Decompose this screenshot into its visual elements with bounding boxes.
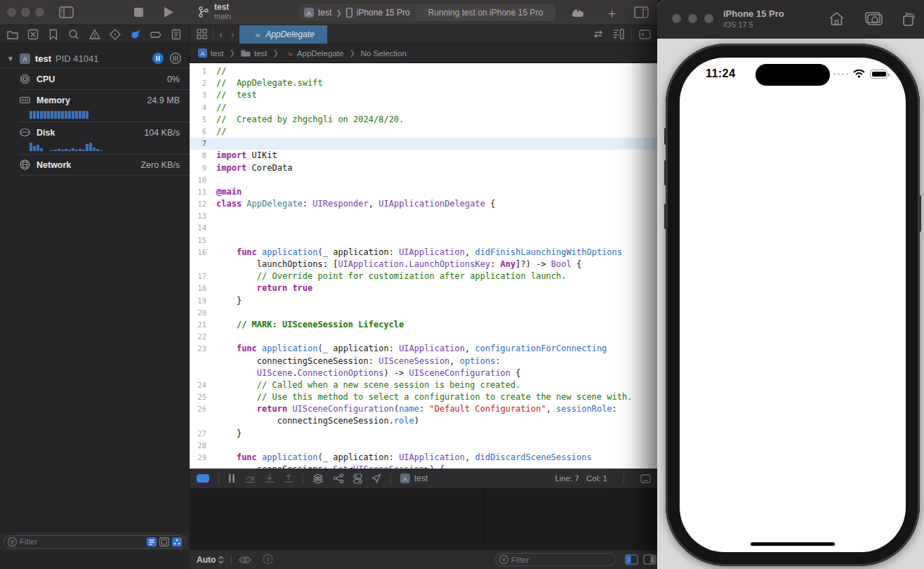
library-plus-button[interactable]: ＋ — [605, 4, 619, 22]
code-line[interactable]: connectingSceneSession.role) — [190, 415, 658, 427]
code-line[interactable]: 15 — [190, 235, 658, 247]
code-line[interactable]: 29 func application(_ application: UIApp… — [190, 452, 658, 464]
code-line[interactable]: 4// — [190, 102, 658, 114]
minimap-icon[interactable] — [613, 29, 624, 39]
issues-navigator-icon[interactable] — [89, 29, 100, 40]
breadcrumb-item[interactable]: test — [241, 49, 268, 58]
go-forward-icon[interactable]: › — [231, 29, 235, 40]
code-line[interactable]: connectingSceneSession: UISceneSession, … — [190, 355, 658, 367]
breadcrumb-item[interactable]: AppDelegate — [284, 48, 344, 58]
code-line[interactable]: 13 — [190, 210, 658, 222]
code-line[interactable]: 26 return UISceneConfiguration(name: "De… — [190, 403, 658, 415]
code-line[interactable]: 17 // Override point for customization a… — [190, 270, 658, 282]
scheme-target[interactable]: test — [318, 8, 331, 18]
debug-area-divider[interactable] — [484, 489, 485, 549]
source-control-summary[interactable]: test main — [198, 2, 231, 21]
code-line[interactable]: 16 func application(_ application: UIApp… — [190, 247, 658, 259]
go-back-icon[interactable]: ‹ — [219, 29, 223, 40]
minimize-window-button[interactable] — [21, 8, 30, 17]
home-button-icon[interactable] — [829, 11, 845, 26]
disclosure-chevron-icon[interactable]: ▼ — [7, 55, 14, 63]
code-line[interactable]: 22 — [190, 331, 658, 343]
code-line[interactable]: 6// — [190, 126, 658, 138]
search-navigator-icon[interactable] — [68, 29, 79, 40]
code-line[interactable]: 14 — [190, 222, 658, 234]
reports-navigator-icon[interactable] — [171, 29, 182, 40]
run-button[interactable] — [164, 6, 174, 18]
close-window-button[interactable] — [672, 14, 681, 23]
related-items-icon[interactable] — [197, 29, 207, 39]
zoom-window-button[interactable] — [704, 14, 713, 23]
pause-process-badge-icon[interactable] — [152, 53, 164, 64]
debug-area-toggle-icon[interactable] — [197, 474, 209, 483]
code-line[interactable]: 23 func application(_ application: UIApp… — [190, 343, 658, 355]
code-line[interactable]: 11@main — [190, 186, 658, 198]
code-line[interactable]: 19 } — [190, 295, 658, 307]
close-window-button[interactable] — [7, 8, 16, 17]
code-line[interactable]: 8import UIKit — [190, 150, 658, 162]
code-line[interactable]: 1// — [190, 65, 658, 77]
environment-overrides-icon[interactable] — [353, 473, 362, 484]
tab-appdelegate[interactable]: AppDelegate — [239, 25, 326, 44]
console-filter-field[interactable]: Filter — [495, 553, 616, 566]
jump-bar[interactable]: Atest❯test❯AppDelegate❯No Selection — [190, 44, 658, 63]
show-console-view-icon[interactable] — [643, 554, 656, 565]
gauge-memory[interactable]: Memory24.9 MB — [20, 90, 190, 122]
editor-options-icon[interactable] — [634, 6, 649, 18]
quicklook-eye-icon[interactable] — [239, 556, 251, 564]
code-line[interactable]: 5// Created by zhgchgli on 2024/8/20. — [190, 114, 658, 126]
code-line[interactable]: 12class AppDelegate: UIResponder, UIAppl… — [190, 198, 658, 210]
minimize-window-button[interactable] — [688, 14, 697, 23]
zoom-window-button[interactable] — [35, 8, 44, 17]
simulate-location-icon[interactable] — [371, 473, 381, 483]
breakpoints-navigator-icon[interactable] — [150, 29, 161, 40]
tests-navigator-icon[interactable] — [110, 29, 121, 40]
step-into-icon[interactable] — [265, 473, 275, 483]
filter-hierarchy-toggle-icon[interactable] — [172, 537, 182, 547]
breadcrumb-item[interactable]: Atest — [198, 48, 224, 58]
home-indicator[interactable] — [751, 542, 835, 546]
console-display-icon[interactable] — [640, 474, 651, 483]
code-line[interactable]: 25 // Use this method to select a config… — [190, 391, 658, 403]
code-line[interactable]: 28 — [190, 440, 658, 452]
code-line-current[interactable]: 7 — [190, 138, 658, 150]
simulator-title-bar[interactable]: iPhone 15 Pro iOS 17.5 — [657, 0, 924, 39]
navigator-filter-field[interactable]: Filter — [4, 535, 186, 549]
code-line[interactable]: 27 } — [190, 428, 658, 440]
step-over-icon[interactable] — [244, 474, 256, 483]
step-out-icon[interactable] — [284, 473, 293, 483]
code-line[interactable]: 20 — [190, 307, 658, 319]
breadcrumb-item[interactable]: No Selection — [361, 49, 407, 58]
scheme-destination[interactable]: iPhone 15 Pro — [357, 8, 410, 18]
project-navigator-icon[interactable] — [7, 29, 18, 40]
toggle-navigator-icon[interactable] — [59, 6, 74, 18]
filter-running-toggle-icon[interactable] — [159, 537, 169, 547]
gauge-network[interactable]: NetworkZero KB/s — [20, 155, 190, 176]
code-line[interactable]: sceneSessions: Set<UISceneSession>) { — [190, 464, 658, 469]
iphone-screen[interactable]: 11:24 — [680, 58, 906, 552]
code-line[interactable]: UIScene.ConnectionOptions) -> UISceneCon… — [190, 367, 658, 379]
code-line[interactable]: 24 // Called when a new scene session is… — [190, 379, 658, 391]
code-line[interactable]: 2// AppDelegate.swift — [190, 77, 658, 89]
activity-status[interactable]: Running test on iPhone 15 Pro — [416, 4, 555, 21]
bookmarks-navigator-icon[interactable] — [48, 29, 59, 40]
code-line[interactable]: 18 return true — [190, 282, 658, 294]
gauge-cpu[interactable]: CPU0% — [20, 69, 190, 90]
source-editor[interactable]: 1//2// AppDelegate.swift3// test4//5// C… — [190, 63, 658, 469]
filter-flag-toggle-icon[interactable] — [147, 537, 157, 547]
view-process-by-icon[interactable] — [170, 53, 181, 64]
pause-execution-icon[interactable] — [228, 473, 235, 483]
process-row[interactable]: ▼ A test PID 41041 — [0, 49, 190, 67]
rotate-device-icon[interactable] — [902, 12, 916, 26]
info-icon[interactable]: ⓘ — [263, 554, 272, 566]
code-line[interactable]: 21 // MARK: UISceneSession Lifecycle — [190, 319, 658, 331]
split-editor-icon[interactable] — [639, 30, 651, 39]
gauge-disk[interactable]: Disk104 KB/s — [20, 122, 190, 155]
code-line[interactable]: 10 — [190, 174, 658, 186]
code-line[interactable]: 9import CoreData — [190, 162, 658, 174]
code-line[interactable]: 3// test — [190, 89, 658, 101]
debug-navigator-icon[interactable] — [130, 29, 141, 40]
code-line[interactable]: launchOptions: [UIApplication.LaunchOpti… — [190, 259, 658, 270]
swap-editor-icon[interactable] — [593, 30, 604, 39]
debug-console-area[interactable] — [190, 489, 658, 549]
